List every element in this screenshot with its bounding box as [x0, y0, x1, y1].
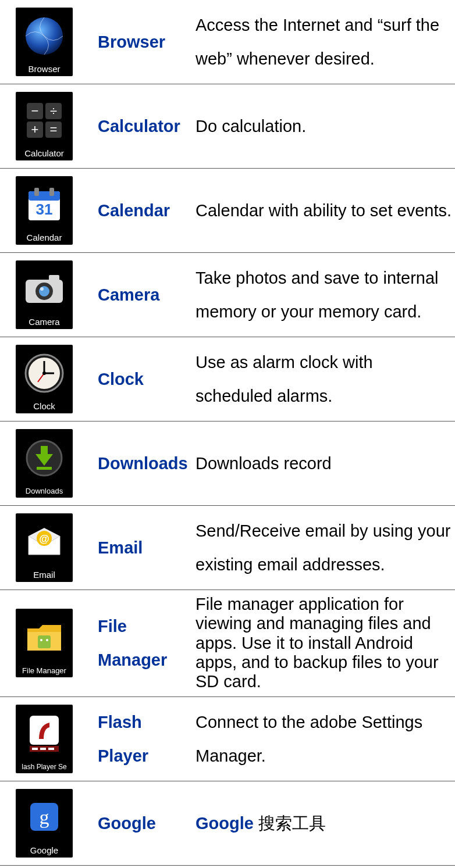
table-row: g Google Google Google 搜索工具 — [0, 781, 455, 866]
app-name: Email — [80, 531, 191, 565]
icon-caption: Camera — [29, 317, 59, 329]
icon-caption: Clock — [33, 401, 55, 413]
svg-rect-12 — [49, 188, 54, 196]
file-manager-icon: File Manager — [16, 609, 73, 677]
svg-point-34 — [46, 639, 48, 641]
svg-rect-32 — [38, 635, 51, 648]
email-icon: @ Email — [16, 513, 73, 582]
icon-caption: Browser — [28, 64, 60, 76]
app-name: Camera — [80, 278, 191, 312]
svg-text:@: @ — [39, 533, 49, 545]
app-name: Calculator — [80, 109, 191, 143]
app-name: Downloads — [80, 446, 191, 480]
icon-caption: Google — [30, 845, 58, 858]
app-desc: Connect to the adobe Settings Manager. — [191, 705, 455, 773]
icon-cell: Camera — [8, 260, 80, 329]
icon-cell: g Google — [8, 789, 80, 858]
icon-cell: 31 Calendar — [8, 176, 80, 245]
clock-icon: Clock — [16, 345, 73, 413]
app-desc: Do calculation. — [191, 109, 455, 143]
svg-rect-39 — [48, 748, 54, 750]
table-row: @ Email Email Send/Receive email by usin… — [0, 505, 455, 590]
app-desc: Access the Internet and “surf the web” w… — [191, 8, 455, 76]
svg-rect-38 — [40, 748, 46, 750]
camera-icon: Camera — [16, 260, 73, 329]
app-desc: Downloads record — [191, 446, 455, 480]
icon-cell: File Manager — [8, 609, 80, 677]
icon-cell: − ÷ + = Calculator — [8, 92, 80, 160]
app-desc: Send/Receive email by using your existin… — [191, 514, 455, 581]
google-icon: g Google — [16, 789, 73, 858]
calendar-icon: 31 Calendar — [16, 176, 73, 245]
table-row: − ÷ + = Calculator Calculator Do calcula… — [0, 84, 455, 168]
downloads-icon: Downloads — [16, 429, 73, 498]
icon-cell: Browser — [8, 8, 80, 76]
app-name: Flash Player — [80, 705, 191, 773]
table-row: Downloads Downloads Downloads record — [0, 421, 455, 505]
icon-cell: Clock — [8, 345, 80, 413]
app-name: Browser — [80, 25, 191, 59]
app-desc: Calendar with ability to set events. — [191, 194, 455, 227]
icon-caption: File Manager — [22, 666, 66, 677]
svg-rect-10 — [29, 191, 60, 201]
svg-text:+: + — [31, 122, 39, 137]
table-row: 31 Calendar Calendar Calendar with abili… — [0, 168, 455, 252]
app-table: Browser Browser Access the Internet and … — [0, 0, 455, 866]
svg-text:=: = — [50, 122, 58, 137]
browser-icon: Browser — [16, 8, 73, 76]
svg-rect-37 — [32, 748, 38, 750]
svg-point-18 — [40, 287, 44, 291]
flash-player-icon: lash Player Se — [16, 705, 73, 773]
app-name: Clock — [80, 362, 191, 396]
app-desc: Use as alarm clock with scheduled alarms… — [191, 345, 455, 413]
app-name: File Manager — [80, 609, 191, 677]
app-desc: File manager application for viewing and… — [191, 595, 455, 692]
svg-point-17 — [39, 286, 49, 297]
svg-text:−: − — [31, 103, 39, 118]
calculator-icon: − ÷ + = Calculator — [16, 92, 73, 160]
icon-caption: lash Player Se — [22, 763, 66, 773]
app-desc: Take photos and save to internal memory … — [191, 261, 455, 328]
svg-rect-27 — [37, 467, 52, 470]
icon-caption: Calculator — [24, 148, 64, 160]
icon-caption: Email — [33, 570, 55, 582]
app-name: Google — [80, 806, 191, 840]
svg-point-24 — [42, 372, 46, 375]
icon-caption: Calendar — [27, 233, 62, 245]
app-desc: Google 搜索工具 — [191, 806, 455, 840]
table-row: File Manager File Manager File manager a… — [0, 590, 455, 696]
svg-rect-15 — [49, 275, 59, 281]
table-row: Browser Browser Access the Internet and … — [0, 0, 455, 84]
svg-text:g: g — [40, 806, 49, 828]
table-row: Clock Clock Use as alarm clock with sche… — [0, 337, 455, 421]
app-name: Calendar — [80, 194, 191, 227]
svg-point-33 — [40, 639, 42, 641]
svg-text:31: 31 — [36, 201, 53, 218]
icon-caption: Downloads — [26, 487, 63, 498]
svg-text:÷: ÷ — [50, 103, 57, 118]
icon-cell: Downloads — [8, 429, 80, 498]
icon-cell: @ Email — [8, 513, 80, 582]
icon-cell: lash Player Se — [8, 705, 80, 773]
table-row: lash Player Se Flash Player Connect to t… — [0, 696, 455, 781]
table-row: Camera Camera Take photos and save to in… — [0, 252, 455, 337]
svg-rect-11 — [34, 188, 39, 196]
